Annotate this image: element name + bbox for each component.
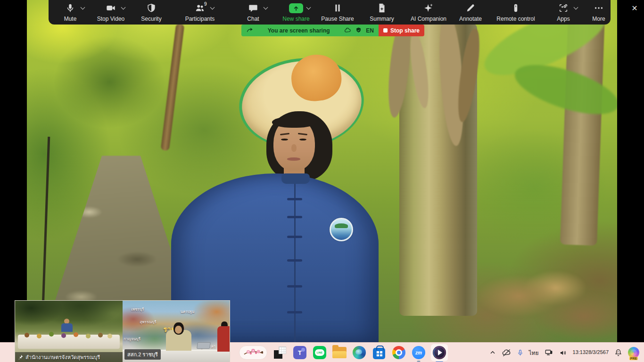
onedrive-paused-icon[interactable] bbox=[502, 348, 512, 358]
file-explorer-icon bbox=[332, 347, 347, 358]
province-label: เพชรบุรี bbox=[131, 306, 144, 313]
shirt-collar bbox=[281, 173, 310, 184]
toolbar-item-label: Mute bbox=[48, 16, 93, 22]
interpretation-language[interactable]: EN bbox=[366, 27, 374, 34]
eyebrow bbox=[280, 133, 289, 135]
system-tray: ไทย 13:13 28/3/2567 z PRE bbox=[489, 343, 639, 362]
shirt-knot-button bbox=[287, 311, 302, 313]
share-arrow-icon bbox=[246, 27, 253, 34]
stop-icon bbox=[383, 28, 388, 33]
shield-icon bbox=[146, 3, 157, 13]
toolbar-item-pause-share[interactable]: Pause Share bbox=[315, 0, 360, 25]
taskbar-apps: TLINEzm bbox=[239, 343, 448, 362]
woman-face bbox=[273, 118, 315, 171]
volume-icon[interactable] bbox=[559, 349, 568, 357]
toolbar-item-remote-control[interactable]: Remote control bbox=[493, 0, 538, 25]
microphone-in-use-icon[interactable] bbox=[517, 349, 524, 357]
toolbar-item-more[interactable]: More bbox=[576, 0, 621, 25]
chevron-down-icon[interactable] bbox=[81, 5, 85, 10]
notification-bell-dnd-icon[interactable]: z bbox=[614, 348, 623, 357]
tray-time: 13:13 bbox=[573, 349, 586, 356]
shared-screen-video bbox=[27, 0, 617, 342]
chevron-down-icon[interactable] bbox=[306, 5, 311, 10]
taskbar-app-store[interactable] bbox=[372, 345, 387, 360]
eye bbox=[299, 139, 306, 140]
nose bbox=[291, 144, 297, 152]
toolbar-item-summary[interactable]: Summary bbox=[359, 0, 405, 25]
toolbar-item-ai-companion[interactable]: AI Companion bbox=[406, 0, 451, 25]
snipping-tool-icon bbox=[274, 346, 286, 359]
participants-count-badge: 9 bbox=[204, 1, 207, 7]
taskbar-app-search[interactable] bbox=[239, 345, 268, 360]
taskbar-app-zoom[interactable]: zm bbox=[411, 345, 426, 360]
share-up-arrow-icon bbox=[289, 3, 303, 13]
taskbar-app-line[interactable]: LINE bbox=[312, 345, 327, 360]
shirt-logo-patch bbox=[330, 218, 353, 241]
line-app-icon: LINE bbox=[313, 346, 326, 359]
document-sparkle-icon bbox=[377, 3, 387, 13]
toolbar-item-annotate[interactable]: Annotate bbox=[448, 0, 493, 25]
participants-icon bbox=[195, 3, 205, 13]
clock-date[interactable]: 13:13 28/3/2567 bbox=[573, 349, 609, 356]
taskbar-app-chrome[interactable] bbox=[391, 345, 406, 360]
eyebrow bbox=[298, 133, 307, 135]
toolbar-item-label: Annotate bbox=[448, 16, 493, 22]
pause-icon bbox=[332, 3, 343, 13]
chevron-down-icon[interactable] bbox=[264, 5, 268, 10]
close-icon[interactable]: ✕ bbox=[629, 3, 640, 14]
dry-leaves-ground bbox=[475, 264, 617, 342]
stop-share-button[interactable]: Stop share bbox=[379, 25, 424, 36]
taskbar-app-explorer[interactable] bbox=[332, 345, 347, 360]
toolbar-item-mute[interactable]: Mute bbox=[48, 0, 93, 25]
produce-items bbox=[25, 333, 29, 337]
toolbar-item-chat[interactable]: Chat bbox=[231, 0, 276, 25]
toolbar-item-security[interactable]: Security bbox=[129, 0, 174, 25]
cloud-recording-icon[interactable] bbox=[344, 27, 351, 34]
mouth bbox=[287, 157, 300, 161]
eye bbox=[281, 139, 288, 140]
anchor-face bbox=[175, 326, 182, 334]
toolbar-item-participants[interactable]: 9Participants bbox=[177, 0, 223, 25]
input-language-indicator[interactable]: ไทย bbox=[529, 348, 539, 357]
copilot-preview-icon[interactable]: PRE bbox=[628, 347, 639, 358]
toolbar-item-stop-video[interactable]: Stop Video bbox=[88, 0, 133, 25]
microsoft-store-icon bbox=[373, 348, 385, 359]
pip-video-strip[interactable]: สำนักงานเกษตรจังหวัดสุพรรณบุรี เพชรบุรีน… bbox=[15, 301, 230, 362]
province-label: กาญจนบุรี bbox=[124, 336, 140, 342]
toolbar-item-label: Participants bbox=[177, 16, 223, 22]
taskbar-app-snip[interactable] bbox=[272, 345, 288, 360]
chevron-down-icon[interactable] bbox=[121, 5, 126, 10]
chevron-down-icon[interactable] bbox=[210, 5, 215, 10]
toolbar-item-label: Remote control bbox=[493, 16, 538, 22]
shirt-knot-button bbox=[287, 259, 302, 262]
province-label: นครปฐม bbox=[181, 309, 195, 315]
ellipsis-icon bbox=[594, 3, 604, 13]
tray-overflow-chevron-icon[interactable] bbox=[489, 349, 496, 356]
pip-video-ratchaburi[interactable]: เพชรบุรีนครปฐมสุพรรณบุรีราชบุรีกาญจนบุรี… bbox=[123, 301, 230, 362]
chat-bubble-icon bbox=[248, 3, 258, 13]
apps-grid-icon bbox=[558, 3, 569, 13]
taskbar-app-edge[interactable] bbox=[352, 345, 367, 360]
zoom-toolbar: MuteStop VideoSecurity9ParticipantsChatN… bbox=[49, 0, 611, 25]
zoom-app-icon: zm bbox=[412, 346, 425, 359]
copilot-preview-badge: PRE bbox=[629, 357, 638, 360]
tray-date: 28/3/2567 bbox=[586, 349, 609, 356]
tree-trunk bbox=[161, 24, 185, 151]
pip-video-suphanburi[interactable]: สำนักงานเกษตรจังหวัดสุพรรณบุรี bbox=[15, 301, 123, 362]
toolbar-item-new-share[interactable]: New share bbox=[273, 0, 319, 25]
toolbar-item-label: Security bbox=[129, 16, 174, 22]
pencil-icon bbox=[465, 3, 476, 13]
taskbar-app-teams[interactable]: T bbox=[292, 345, 307, 360]
video-camera-icon bbox=[106, 3, 116, 13]
pin-icon bbox=[17, 354, 24, 360]
security-shield-icon[interactable] bbox=[355, 27, 362, 34]
shirt-knot-button bbox=[287, 198, 302, 200]
garden-pole bbox=[42, 137, 50, 306]
guest-body bbox=[217, 326, 230, 352]
microsoft-teams-icon: T bbox=[293, 346, 306, 359]
network-icon[interactable] bbox=[544, 348, 553, 357]
sharing-message: You are screen sharing bbox=[268, 27, 330, 34]
media-player-icon bbox=[433, 346, 446, 359]
taskbar-app-media-player[interactable] bbox=[431, 344, 448, 361]
toolbar-item-label: Stop Video bbox=[88, 16, 133, 22]
